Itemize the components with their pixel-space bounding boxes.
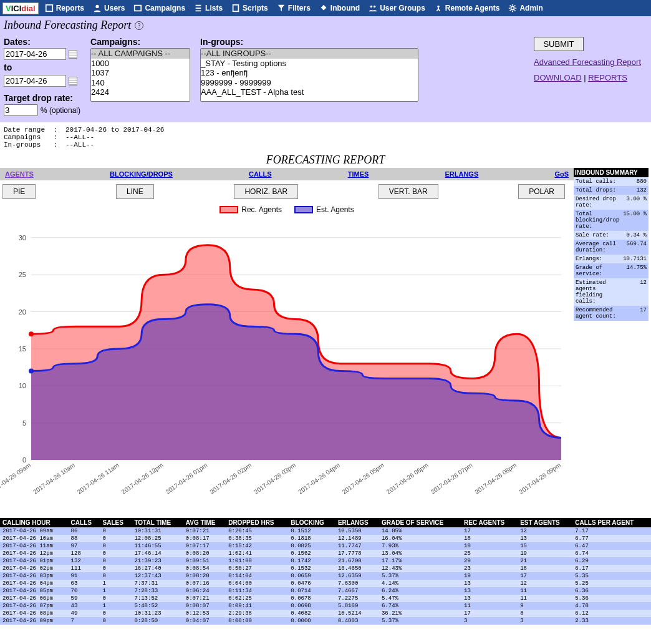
summary-row: Total drops:132 xyxy=(574,186,649,195)
nav-inbound[interactable]: Inbound xyxy=(319,4,360,12)
campaigns-label: Campaigns: xyxy=(90,37,190,47)
summary-row: Erlangs:10.7131 xyxy=(574,255,649,263)
table-row: 2017-04-26 01pm132021:39:230:09:511:01:0… xyxy=(0,557,651,565)
tab-agents[interactable]: AGENTS xyxy=(2,169,36,179)
tab-erlangs[interactable]: ERLANGS xyxy=(442,169,481,179)
legend-swatch-rec xyxy=(219,206,238,213)
col-header: CALLING HOUR xyxy=(0,518,69,527)
download-link[interactable]: DOWNLOAD xyxy=(534,73,582,82)
target-label: Target drop rate: xyxy=(4,93,80,103)
col-header: BLOCKING xyxy=(288,518,335,527)
legend-swatch-est xyxy=(294,206,313,213)
nav-reports[interactable]: Reports xyxy=(45,4,84,12)
nav-scripts[interactable]: Scripts xyxy=(231,4,268,12)
filter-area: Dates: to Target drop rate: % (optional)… xyxy=(0,34,651,122)
svg-text:2017-04-26 10am: 2017-04-26 10am xyxy=(32,462,76,495)
svg-point-1 xyxy=(95,5,99,8)
campaigns-select[interactable]: -- ALL CAMPAIGNS --100010371402424 xyxy=(90,48,190,102)
tab-times[interactable]: TIMES xyxy=(345,169,372,179)
calendar-icon[interactable] xyxy=(69,77,77,85)
chart-type-polar[interactable]: POLAR xyxy=(518,184,565,199)
col-header: DROPPED HRS xyxy=(226,518,288,527)
svg-text:2017-04-26 01pm: 2017-04-26 01pm xyxy=(164,462,208,495)
summary-row: Sale rate:0.34 % xyxy=(574,231,649,240)
help-icon[interactable]: ? xyxy=(135,21,143,30)
inbound-summary: INBOUND SUMMARY Total calls:880Total dro… xyxy=(574,168,649,518)
nav-campaigns[interactable]: Campaigns xyxy=(133,4,185,12)
svg-point-7 xyxy=(511,6,514,9)
svg-point-5 xyxy=(374,6,376,8)
table-row: 2017-04-26 08pm49010:31:230:12:532:29:38… xyxy=(0,610,651,617)
summary-row: Average call duration:569.74 xyxy=(574,240,649,255)
chart-type-pie[interactable]: PIE xyxy=(2,184,36,199)
tab-calls[interactable]: CALLS xyxy=(246,169,274,179)
metric-tabs: AGENTSBLOCKING/DROPSCALLSTIMESERLANGSGoS xyxy=(0,168,574,180)
report-title: FORECASTING REPORT xyxy=(0,152,651,168)
submit-button[interactable]: SUBMIT xyxy=(534,37,584,51)
chart-type-horizbar[interactable]: HORIZ. BAR xyxy=(234,184,298,199)
svg-text:20: 20 xyxy=(19,308,26,316)
nav-admin[interactable]: Admin xyxy=(508,4,542,12)
svg-text:25: 25 xyxy=(19,271,26,278)
table-row: 2017-04-26 09am86010:31:310:07:210:20:45… xyxy=(0,527,651,535)
target-suffix: % (optional) xyxy=(41,106,80,115)
col-header: SALES xyxy=(100,518,132,527)
svg-text:2017-04-26 06pm: 2017-04-26 06pm xyxy=(385,462,430,495)
date-start-input[interactable] xyxy=(4,48,66,60)
chart-legend: Rec. Agents Est. Agents xyxy=(0,203,574,217)
tab-blockingdrops[interactable]: BLOCKING/DROPS xyxy=(107,169,175,179)
nav-remote-agents[interactable]: Remote Agents xyxy=(434,4,500,12)
col-header: ERLANGS xyxy=(335,518,379,527)
reports-link[interactable]: REPORTS xyxy=(588,73,627,82)
svg-text:2017-04-26 04pm: 2017-04-26 04pm xyxy=(297,462,341,495)
svg-point-22 xyxy=(29,331,34,336)
table-row: 2017-04-26 02pm111016:27:400:08:540:50:2… xyxy=(0,565,651,572)
nav-user-groups[interactable]: User Groups xyxy=(369,4,425,12)
summary-row: Total blocking/drop rate:15.00 % xyxy=(574,210,649,231)
target-drop-input[interactable] xyxy=(4,104,38,116)
table-row: 2017-04-26 12pm128017:46:140:08:201:02:4… xyxy=(0,550,651,557)
table-row: 2017-04-26 10am88012:08:250:08:170:38:35… xyxy=(0,535,651,542)
page-title: Inbound Forecasting Report xyxy=(4,19,131,32)
svg-point-6 xyxy=(437,6,440,8)
svg-rect-3 xyxy=(233,5,239,12)
col-header: CALLS xyxy=(69,518,100,527)
svg-text:2017-04-26 07pm: 2017-04-26 07pm xyxy=(429,462,473,495)
col-header: AVG TIME xyxy=(183,518,226,527)
to-label: to xyxy=(4,62,80,72)
date-end-input[interactable] xyxy=(4,75,66,87)
nav-users[interactable]: Users xyxy=(93,4,125,12)
svg-text:10: 10 xyxy=(19,382,26,389)
col-header: TOTAL TIME xyxy=(132,518,183,527)
svg-text:2017-04-26 09pm: 2017-04-26 09pm xyxy=(518,462,562,495)
advanced-report-link[interactable]: Advanced Forecasting Report xyxy=(534,57,641,67)
svg-point-4 xyxy=(370,6,373,8)
chart-type-line[interactable]: LINE xyxy=(116,184,154,199)
svg-rect-0 xyxy=(46,5,52,12)
svg-text:2017-04-26 03pm: 2017-04-26 03pm xyxy=(253,462,297,495)
page-title-bar: Inbound Forecasting Report ? xyxy=(0,16,651,34)
svg-point-23 xyxy=(29,369,34,374)
svg-text:5: 5 xyxy=(22,419,26,427)
summary-title: INBOUND SUMMARY xyxy=(574,168,649,177)
data-table: CALLING HOURCALLSSALESTOTAL TIMEAVG TIME… xyxy=(0,518,651,625)
col-header: CALLS PER AGENT xyxy=(572,518,651,527)
ingroups-select[interactable]: --ALL INGROUPS--_STAY - Testing options1… xyxy=(200,48,418,102)
top-nav: VICIdial Reports Users Campaigns Lists S… xyxy=(0,0,651,16)
table-row: 2017-04-26 09pm700:28:500:04:070:00:000.… xyxy=(0,617,651,625)
svg-text:2017-04-26 11am: 2017-04-26 11am xyxy=(76,462,120,495)
svg-text:2017-04-26 12pm: 2017-04-26 12pm xyxy=(120,462,165,495)
table-row: 2017-04-26 11am97011:46:550:07:170:15:42… xyxy=(0,542,651,550)
col-header: REC AGENTS xyxy=(461,518,518,527)
dates-label: Dates: xyxy=(4,37,80,47)
svg-text:2017-04-26 08pm: 2017-04-26 08pm xyxy=(473,462,518,495)
tab-gos[interactable]: GoS xyxy=(552,169,571,179)
nav-lists[interactable]: Lists xyxy=(194,4,223,12)
forecast-chart: 0510152025302017-04-26 09am2017-04-26 10… xyxy=(0,217,567,516)
nav-filters[interactable]: Filters xyxy=(277,4,311,12)
summary-row: Recommended agent count:17 xyxy=(574,306,649,321)
ingroups-label: In-groups: xyxy=(200,37,418,47)
calendar-icon[interactable] xyxy=(69,50,77,59)
chart-type-row: PIELINEHORIZ. BARVERT. BARPOLAR xyxy=(0,180,567,203)
chart-type-vertbar[interactable]: VERT. BAR xyxy=(379,184,438,199)
